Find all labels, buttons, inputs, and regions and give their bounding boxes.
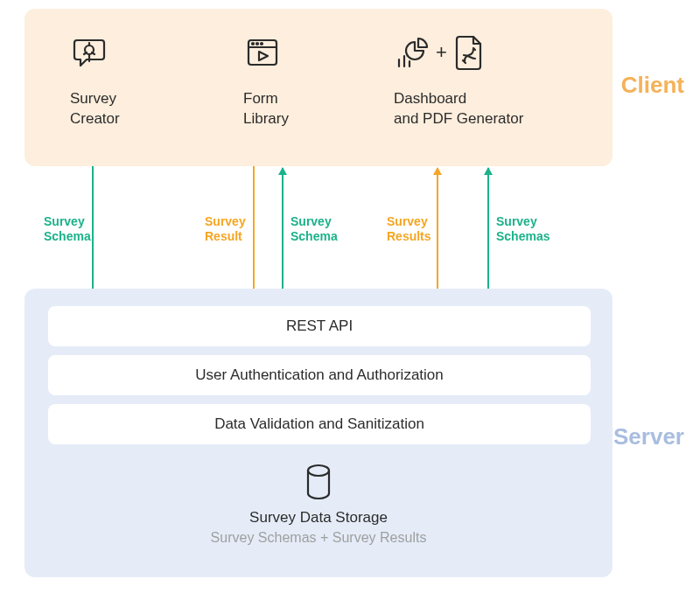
plus-symbol: + — [436, 41, 447, 64]
client-label: Client — [621, 72, 684, 99]
arrow-survey-results — [437, 168, 438, 304]
svg-point-3 — [256, 43, 258, 45]
arrow-label-survey-results: Survey Results — [387, 214, 431, 244]
dashboard-pdf-label: Dashboard and PDF Generator — [394, 89, 523, 129]
arrow-label-survey-result: Survey Result — [205, 214, 246, 244]
dashboard-icon — [394, 35, 429, 70]
database-icon — [304, 464, 333, 500]
client-item-dashboard-pdf: + Dashboard and PDF Generator — [394, 28, 523, 129]
arrow-survey-schema-1 — [92, 166, 94, 303]
survey-creator-icon — [70, 28, 108, 77]
arrow-survey-result — [253, 166, 255, 303]
pdf-icon — [454, 33, 486, 72]
server-label: Server — [613, 423, 684, 450]
svg-point-2 — [252, 43, 254, 45]
arrow-label-survey-schema-2: Survey Schema — [290, 214, 338, 244]
survey-creator-label: Survey Creator — [70, 89, 120, 129]
client-item-survey-creator: Survey Creator — [70, 28, 120, 129]
client-item-form-library: Form Library — [243, 28, 289, 129]
server-row-auth: User Authentication and Authorization — [48, 355, 591, 395]
form-library-icon — [243, 28, 282, 77]
form-library-label: Form Library — [243, 89, 289, 129]
svg-point-5 — [308, 465, 329, 476]
storage-subtitle: Survey Schemas + Survey Results — [211, 530, 427, 546]
server-row-validation: Data Validation and Sanitization — [48, 404, 591, 444]
arrow-label-survey-schema-1: Survey Schema — [44, 214, 91, 244]
arrow-survey-schemas — [487, 168, 489, 304]
server-row-rest-api: REST API — [48, 306, 591, 346]
arrow-survey-schema-2 — [282, 168, 284, 304]
storage-block: Survey Data Storage Survey Schemas + Sur… — [24, 464, 612, 546]
svg-point-4 — [261, 43, 262, 45]
arrow-label-survey-schemas: Survey Schemas — [496, 214, 550, 244]
storage-title: Survey Data Storage — [249, 509, 388, 527]
dashboard-pdf-icon-group: + — [394, 28, 486, 77]
